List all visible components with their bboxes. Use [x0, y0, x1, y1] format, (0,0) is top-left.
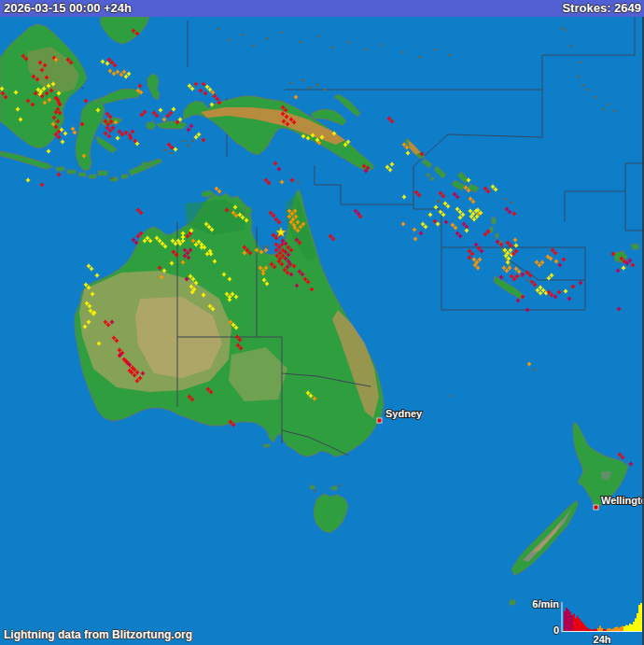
- islet-speck: [191, 140, 194, 142]
- small-island: [263, 444, 270, 447]
- histogram-bar: [629, 624, 631, 631]
- histogram-bar: [594, 629, 595, 632]
- islet-speck: [314, 490, 316, 492]
- histogram-bar: [582, 624, 584, 632]
- islet-speck: [451, 395, 453, 397]
- islet-speck: [533, 369, 536, 371]
- islet-speck: [581, 84, 584, 86]
- islet-speck: [602, 108, 605, 110]
- islet-speck: [448, 54, 451, 56]
- islet-speck: [401, 51, 404, 53]
- islet-speck: [577, 76, 580, 77]
- histogram-bar: [597, 628, 599, 631]
- small-island: [492, 217, 496, 224]
- histogram-y0-label: 0: [553, 624, 559, 636]
- islet-speck: [331, 47, 334, 49]
- histogram-bar: [595, 629, 597, 631]
- small-island: [331, 486, 337, 490]
- islet-speck: [266, 37, 269, 39]
- histogram-bar: [616, 627, 618, 632]
- islet-speck: [170, 152, 174, 154]
- islet-speck: [579, 62, 581, 63]
- histogram-bar: [586, 627, 588, 631]
- histogram-bar: [627, 625, 629, 631]
- attribution-label: Lightning data from Blitzortung.org: [4, 628, 192, 641]
- small-island: [496, 233, 498, 238]
- islet-speck: [364, 49, 367, 50]
- lightning-map-app: SydneyWellington6/min024h 2026-03-15 00:…: [0, 0, 644, 645]
- islet-speck: [308, 87, 312, 89]
- islet-speck: [217, 28, 219, 30]
- lightning-map-canvas[interactable]: SydneyWellington6/min024h: [0, 0, 644, 645]
- islet-speck: [187, 145, 189, 147]
- small-island: [56, 167, 64, 171]
- islet-speck: [289, 82, 292, 84]
- small-island: [310, 485, 315, 489]
- islet-speck: [299, 41, 301, 43]
- islet-speck: [595, 96, 597, 98]
- histogram-bar: [575, 618, 577, 631]
- histogram-bar: [637, 613, 638, 631]
- islet-speck: [560, 27, 563, 29]
- small-island: [510, 600, 515, 605]
- histogram-bar: [618, 628, 620, 632]
- histogram-xlabel: 24h: [594, 634, 611, 645]
- histogram-bar: [603, 629, 605, 631]
- histogram-bar: [571, 615, 573, 631]
- islet-speck: [418, 56, 421, 58]
- histogram-bar: [638, 605, 640, 631]
- histogram-bar: [581, 622, 582, 632]
- islet-speck: [437, 200, 441, 203]
- header-bar: 2026-03-15 00:00 +24h Strokes: 2649: [0, 0, 644, 17]
- islet-speck: [347, 41, 350, 43]
- histogram-bar: [592, 630, 594, 632]
- small-island: [142, 162, 150, 166]
- city-name: Wellington: [601, 495, 644, 506]
- islet-speck: [182, 140, 186, 142]
- islet-speck: [323, 89, 327, 91]
- islet-speck: [110, 177, 113, 179]
- islet-speck: [434, 49, 437, 50]
- histogram-bar: [620, 627, 622, 632]
- city-name: Sydney: [385, 408, 423, 419]
- histogram-bar: [623, 626, 625, 631]
- city-marker: [377, 418, 382, 423]
- small-island: [430, 177, 434, 180]
- islet-speck: [297, 181, 300, 183]
- histogram-bar: [625, 625, 627, 632]
- strokes-count-label: Strokes: 2649: [562, 0, 641, 17]
- histogram-bar: [633, 622, 635, 631]
- islet-speck: [280, 32, 283, 34]
- small-island: [121, 175, 128, 178]
- histogram-bar: [567, 610, 569, 631]
- histogram-bar: [599, 626, 601, 632]
- histogram-bar: [635, 619, 637, 632]
- city-marker: [594, 505, 598, 510]
- small-island: [98, 171, 107, 175]
- islet-speck: [510, 202, 512, 203]
- histogram-bar: [614, 627, 616, 631]
- histogram-bar: [573, 614, 575, 632]
- islet-speck: [569, 45, 572, 47]
- histogram-bar: [579, 619, 581, 631]
- small-island: [67, 170, 76, 174]
- histogram-bar: [588, 629, 590, 632]
- map-datetime-label: 2026-03-15 00:00 +24h: [4, 0, 132, 17]
- histogram-bar: [622, 626, 623, 632]
- histogram-bar: [566, 608, 567, 631]
- histogram-bar: [577, 616, 579, 631]
- islet-speck: [301, 79, 304, 81]
- islet-speck: [228, 39, 231, 41]
- small-island: [89, 175, 96, 178]
- small-island: [490, 227, 493, 232]
- histogram-bar: [605, 630, 607, 632]
- islet-speck: [564, 29, 567, 31]
- islet-speck: [163, 149, 167, 151]
- histogram-bar: [610, 629, 612, 631]
- histogram-bar: [607, 629, 609, 632]
- histogram-bar: [631, 624, 633, 631]
- islet-speck: [381, 44, 384, 46]
- islet-speck: [586, 89, 589, 91]
- histogram-ymax-label: 6/min: [532, 598, 559, 610]
- islet-speck: [252, 45, 255, 47]
